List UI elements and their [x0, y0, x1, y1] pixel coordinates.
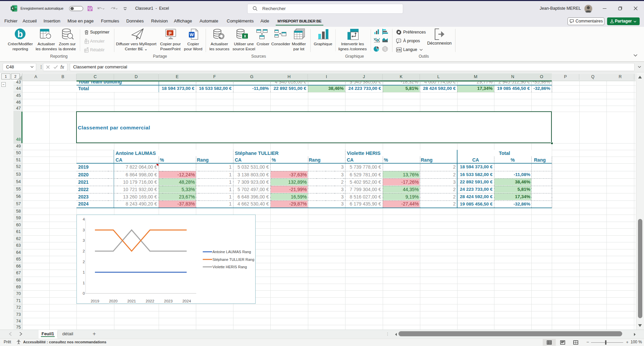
svg-text:X: X [11, 6, 14, 10]
svg-text:?: ? [398, 39, 399, 42]
svg-text:FR: FR [397, 48, 401, 52]
svg-text:b: b [17, 29, 23, 39]
svg-text:P: P [169, 31, 172, 36]
svg-text:W: W [190, 32, 194, 37]
svg-text:X: X [244, 34, 247, 38]
